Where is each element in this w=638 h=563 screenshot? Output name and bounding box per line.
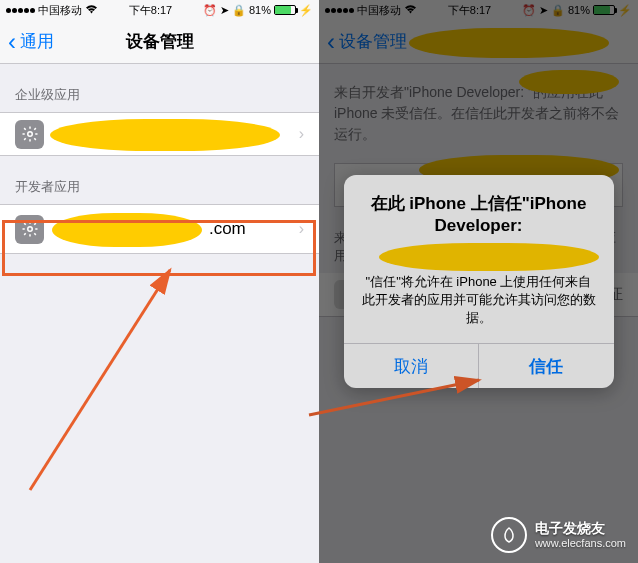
status-time: 下午8:17 [129,3,172,18]
redaction [50,119,280,151]
battery-icon [274,5,296,15]
alert-cancel-button[interactable]: 取消 [344,344,479,388]
back-label: 通用 [20,30,54,53]
nav-bar: ‹ 通用 设备管理 [0,20,319,64]
wifi-icon [85,4,98,16]
lock-icon: 🔒 [232,4,246,17]
watermark-cn: 电子发烧友 [535,521,626,536]
status-bar: 中国移动 下午8:17 ⏰ ➤ 🔒 81% ⚡ [0,0,319,20]
trust-alert: 在此 iPhone 上信任"iPhone Developer: "信任"将允许在… [344,175,614,389]
gear-icon [15,215,44,244]
signal-strength-icon [6,8,35,13]
charging-icon: ⚡ [299,4,313,17]
section-header-developer: 开发者应用 [0,156,319,204]
developer-app-label: .com [56,219,299,239]
screen-trust-dialog: 中国移动 下午8:17 ⏰ ➤ 🔒 81% ⚡ ‹ 设备管理 [319,0,638,563]
section-header-enterprise: 企业级应用 [0,64,319,112]
chevron-left-icon: ‹ [8,30,16,54]
svg-point-0 [27,132,32,137]
screen-device-management: 中国移动 下午8:17 ⏰ ➤ 🔒 81% ⚡ ‹ 通用 [0,0,319,563]
gear-icon [15,120,44,149]
alert-trust-button[interactable]: 信任 [478,344,614,388]
page-title: 设备管理 [126,30,194,53]
developer-app-cell[interactable]: .com › [0,204,319,254]
redaction [379,243,599,271]
alarm-icon: ⏰ [203,4,217,17]
back-button[interactable]: ‹ 通用 [8,30,54,54]
chevron-right-icon: › [299,220,304,238]
watermark-logo-icon [491,517,527,553]
alert-message: "信任"将允许在 iPhone 上使用任何来自此开发者的应用并可能允许其访问您的… [360,273,598,328]
alert-overlay: 在此 iPhone 上信任"iPhone Developer: "信任"将允许在… [319,0,638,563]
chevron-right-icon: › [299,125,304,143]
watermark-en: www.elecfans.com [535,537,626,549]
enterprise-app-cell[interactable]: › [0,112,319,156]
annotation-arrow [20,260,220,500]
location-icon: ➤ [220,4,229,17]
carrier-label: 中国移动 [38,3,82,18]
battery-pct: 81% [249,4,271,16]
svg-point-1 [27,227,32,232]
watermark: 电子发烧友 www.elecfans.com [491,517,626,553]
alert-title: 在此 iPhone 上信任"iPhone Developer: [360,193,598,237]
svg-line-2 [30,270,170,490]
